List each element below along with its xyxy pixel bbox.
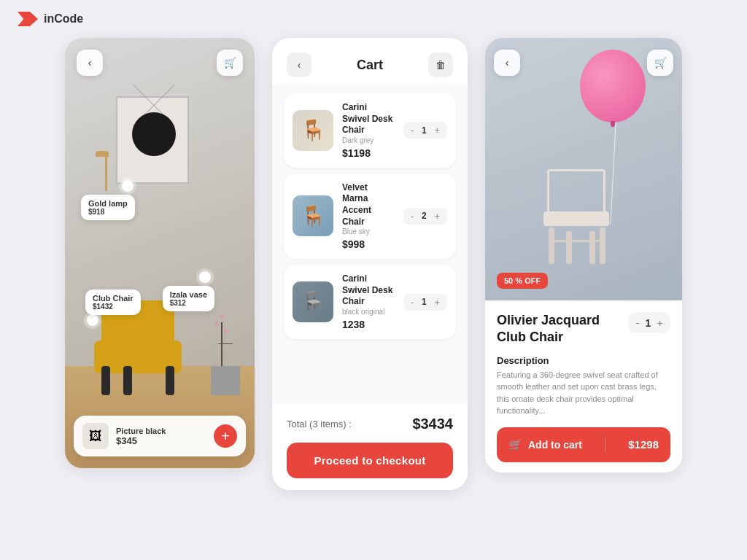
checkout-button[interactable]: Proceed to checkout xyxy=(287,443,453,478)
cart-total-row: Total (3 items) : $3434 xyxy=(287,416,453,432)
qty-plus-2[interactable]: + xyxy=(433,211,441,222)
cart-item: 🪑 Carini Swivel Desk Chair black origina… xyxy=(284,265,456,339)
qty-plus-3[interactable]: + xyxy=(433,297,441,308)
hotspot-vase[interactable] xyxy=(199,271,211,283)
qty-minus-3[interactable]: - xyxy=(409,297,415,308)
ar-back-button[interactable]: ‹ xyxy=(77,50,103,76)
cart-item-details-2: Velvet Marna Accent Chair Blue sky $998 xyxy=(342,182,395,250)
cart-item: 🪑 Velvet Marna Accent Chair Blue sky $99… xyxy=(284,174,456,259)
qty-plus-1[interactable]: + xyxy=(433,125,441,136)
room-image: ‹ 🛒 Gold lamp $918 Izala vase $312 Club … xyxy=(65,38,255,468)
ar-product-thumb: 🖼 xyxy=(82,423,109,449)
tooltip-vase: Izala vase $312 xyxy=(163,286,214,311)
cart-icon: 🛒 xyxy=(508,438,522,451)
cart-items-list: 🪑 Carini Swivel Desk Chair Dark grey $11… xyxy=(272,85,468,404)
wall-art xyxy=(116,96,189,184)
cart-item-image-2: 🪑 xyxy=(293,195,333,236)
qty-minus-2[interactable]: - xyxy=(409,211,415,222)
qty-minus-1[interactable]: - xyxy=(409,125,415,136)
tooltip-chair: Club Chair $1432 xyxy=(85,289,141,315)
ar-product-info: Picture black $345 xyxy=(116,427,206,446)
ar-room-card: ‹ 🛒 Gold lamp $918 Izala vase $312 Club … xyxy=(65,38,255,468)
cart-item-details-1: Carini Swivel Desk Chair Dark grey $1198 xyxy=(342,102,395,159)
product-name-row: Olivier Jacquard Club Chair - 1 + xyxy=(497,312,670,346)
add-cart-left: 🛒 Add to cart xyxy=(508,438,582,451)
product-qty-control: - 1 + xyxy=(628,312,670,333)
cart-item: 🪑 Carini Swivel Desk Chair Dark grey $11… xyxy=(284,93,456,168)
discount-badge: 50 % OFF xyxy=(497,273,548,289)
cart-delete-button[interactable]: 🗑 xyxy=(428,52,453,77)
hotspot-chair[interactable] xyxy=(87,314,98,326)
product-name: Olivier Jacquard Club Chair xyxy=(497,312,622,346)
wall-lamp-pole xyxy=(105,155,107,191)
logo-icon xyxy=(18,12,38,26)
description-text: Featuring a 360-degree swivel seat craft… xyxy=(497,369,670,417)
product-qty-plus[interactable]: + xyxy=(657,316,663,329)
product-detail-body: Olivier Jacquard Club Chair - 1 + Descri… xyxy=(485,300,682,472)
hotspot-lamp[interactable] xyxy=(122,180,133,192)
ar-bottom-bar: 🖼 Picture black $345 + xyxy=(74,416,246,456)
cart-item-qty-1: - 1 + xyxy=(403,122,447,139)
product-cart-button[interactable]: 🛒 xyxy=(647,50,673,76)
description-title: Description xyxy=(497,355,670,366)
tooltip-lamp: Gold lamp $918 xyxy=(81,195,135,220)
cart-item-image-1: 🪑 xyxy=(293,110,333,151)
balloon xyxy=(580,50,646,122)
price-divider xyxy=(605,438,605,452)
ar-cart-button[interactable]: 🛒 xyxy=(217,50,243,76)
gray-box xyxy=(211,366,240,395)
cart-header: ‹ Cart 🗑 xyxy=(272,38,468,85)
add-to-cart-label: Add to cart xyxy=(528,439,582,451)
add-to-cart-button[interactable]: 🛒 Add to cart $1298 xyxy=(497,427,670,462)
cart-title: Cart xyxy=(311,58,428,73)
main-content: ‹ 🛒 Gold lamp $918 Izala vase $312 Club … xyxy=(0,38,747,490)
cart-item-image-3: 🪑 xyxy=(293,281,333,322)
plant xyxy=(211,315,233,373)
cart-item-details-3: Carini Swivel Desk Chair black original … xyxy=(342,273,395,330)
ar-add-button[interactable]: + xyxy=(214,424,237,448)
cart-back-button[interactable]: ‹ xyxy=(287,52,311,77)
header: inCode xyxy=(0,0,747,38)
product-card: 50 % OFF ‹ 🛒 Olivier Jacquard Club Chair… xyxy=(485,38,682,472)
product-chair xyxy=(540,169,627,286)
cart-card: ‹ Cart 🗑 🪑 Carini Swivel Desk Chair Dark… xyxy=(272,38,468,490)
product-image-area: 50 % OFF ‹ 🛒 xyxy=(485,38,682,300)
product-qty-minus[interactable]: - xyxy=(635,316,639,329)
logo-text: inCode xyxy=(44,12,83,26)
cart-item-qty-3: - 1 + xyxy=(403,294,447,311)
product-price: $1298 xyxy=(628,438,659,451)
product-back-button[interactable]: ‹ xyxy=(494,50,520,76)
cart-item-qty-2: - 2 + xyxy=(403,208,447,225)
cart-footer: Total (3 items) : $3434 Proceed to check… xyxy=(272,404,468,490)
